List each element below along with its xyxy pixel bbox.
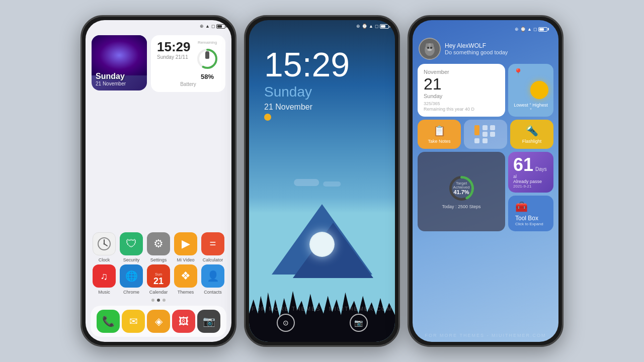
cal-month: November <box>424 69 499 75</box>
photo-widget[interactable]: Sunday 21 November <box>92 35 147 90</box>
battery-fill-1 <box>217 25 222 28</box>
wifi-icon-3: ◻ <box>533 27 537 32</box>
music-label: Music <box>98 290 110 295</box>
toolbox-icon: 🧰 <box>515 201 546 213</box>
watch-icon-3: ⌚ <box>520 27 526 32</box>
flashlight-label: Flashlight <box>522 139 542 144</box>
notes-icon: 📋 <box>433 125 446 137</box>
chrome-icon-bg: 🌐 <box>120 264 143 288</box>
calc-btn <box>490 132 495 137</box>
signal-icon-3: ▲ <box>527 27 532 32</box>
lock-screen: ⊕ ⌚ ▲ ◻ 15:29 Sunday 21 November <box>249 20 395 342</box>
user-header: Hey AlexWOLF Do something good today <box>418 35 553 64</box>
moon <box>309 232 335 257</box>
clock-icon <box>93 232 116 255</box>
dock-message-icon[interactable]: ✉ <box>122 310 145 333</box>
bt-icon-2: ⊕ <box>356 24 360 29</box>
dock-camera-icon[interactable]: 📷 <box>197 310 220 333</box>
app-settings[interactable]: ⚙ Settings <box>145 232 172 262</box>
clock-label: Clock <box>99 257 110 262</box>
app-row-2: ♫ Music 🌐 Chrome Sun <box>91 264 226 295</box>
status-icons-3: ⊕ ⌚ ▲ ◻ <box>515 27 547 32</box>
status-icons-2: ⊕ ⌚ ▲ ◻ <box>356 24 389 29</box>
calc-grid <box>474 125 497 143</box>
svg-rect-2 <box>205 52 209 59</box>
svg-point-14 <box>430 47 432 49</box>
svg-point-7 <box>104 243 105 245</box>
remaining-label: Remaining <box>198 40 217 45</box>
home-screen: ⊕ ▲ ◻ Sunday <box>86 20 231 342</box>
toolbox-widget[interactable]: 🧰 Tool Box Click to Expand <box>508 196 553 231</box>
lock-camera-btn[interactable]: 📷 <box>350 314 368 332</box>
app-themes[interactable]: ❖ Themes <box>173 264 199 295</box>
user-subtitle: Do something good today <box>445 49 508 55</box>
dock-photos-icon[interactable]: 🖼 <box>172 310 195 333</box>
app-music[interactable]: ♫ Music <box>91 264 117 295</box>
photo-widget-date: 21 November <box>96 81 143 86</box>
flashlight-widget[interactable]: 🔦 Flashlight <box>510 120 553 149</box>
days-label: Days <box>535 166 547 172</box>
app-security[interactable]: 🛡 Security <box>118 232 144 262</box>
calc-btn <box>474 138 479 143</box>
phone-3: ⊕ ⌚ ▲ ◻ <box>408 15 564 347</box>
music-icon-bg: ♫ <box>93 264 116 288</box>
widgets-row-3: Target Achieved 41.7% Today : 2500 Steps <box>418 152 553 231</box>
calculator-label: Calculator <box>203 257 223 262</box>
cal-remaining: Remaining this year 40 D <box>424 107 499 112</box>
widget-time: 15:29 <box>157 40 191 53</box>
app-calendar[interactable]: Sun 21 Calendar <box>145 264 172 295</box>
cal-progress: 325/365 <box>424 101 499 106</box>
battery-svg <box>195 47 219 71</box>
app-chrome[interactable]: 🌐 Chrome <box>118 264 144 295</box>
photo-leaves <box>92 35 147 75</box>
weather-widget[interactable]: 📍 Lowest ° Highest ° <box>508 64 553 117</box>
calendar-label: Calendar <box>149 290 168 295</box>
app-mivideo[interactable]: ▶ Mi Video <box>173 232 199 262</box>
photo-widget-bg: Sunday 21 November <box>92 35 147 90</box>
calculator-icon: = <box>210 237 216 250</box>
battery-icon-2 <box>380 24 389 29</box>
calculator-widget[interactable] <box>464 120 507 149</box>
status-bar-1: ⊕ ▲ ◻ <box>86 20 231 32</box>
battery-percent: 58% <box>201 73 214 80</box>
days-date: 2021-9-21 <box>513 184 548 189</box>
steps-widget[interactable]: Target Achieved 41.7% Today : 2500 Steps <box>418 152 505 231</box>
calc-btn <box>490 125 495 130</box>
app-clock[interactable]: Clock <box>91 232 117 262</box>
mivideo-label: Mi Video <box>177 257 195 262</box>
right-column: 61 Days al Already passe 2021-9-21 🧰 To <box>508 152 553 231</box>
settings-label: Settings <box>150 257 167 262</box>
dock-phone-icon[interactable]: 📞 <box>97 310 120 333</box>
dock-browser-icon[interactable]: ◈ <box>147 310 170 333</box>
app-calculator[interactable]: = Calculator <box>200 232 226 262</box>
mivideo-icon-bg: ▶ <box>174 232 197 255</box>
calendar-widget[interactable]: November 21 Sunday 325/365 Remaining thi… <box>418 64 505 117</box>
wifi-icon: ◻ <box>211 24 215 29</box>
chrome-label: Chrome <box>123 290 139 295</box>
dot-3 <box>163 299 166 302</box>
widget-row: Sunday 21 November 15:29 Sunday 21/11 <box>86 32 231 95</box>
contacts-label: Contacts <box>204 290 222 295</box>
cal-dayname: Sunday <box>424 93 499 99</box>
lock-dot <box>264 114 271 121</box>
cloud-1 <box>294 179 319 186</box>
contacts-icon-bg: 👤 <box>201 264 224 288</box>
themes-icon-bg: ❖ <box>174 264 197 288</box>
lock-day: Sunday <box>249 81 395 100</box>
battery-widget[interactable]: 15:29 Sunday 21/11 Remaining <box>151 35 225 92</box>
phone-2: ⊕ ⌚ ▲ ◻ 15:29 Sunday 21 November <box>244 15 400 347</box>
mountain-left <box>293 223 373 278</box>
lock-date: 21 November <box>249 100 395 112</box>
toolbox-title: Tool Box <box>515 215 546 222</box>
photo-widget-day: Sunday <box>96 72 143 81</box>
widgets-grid: November 21 Sunday 325/365 Remaining thi… <box>418 64 553 337</box>
take-notes-widget[interactable]: 📋 Take Notes <box>418 120 461 149</box>
steps-target: Target Achieved <box>453 182 470 190</box>
app-contacts[interactable]: 👤 Contacts <box>200 264 226 295</box>
lock-home-btn[interactable]: ⊙ <box>277 314 295 332</box>
status-bar-3: ⊕ ⌚ ▲ ◻ <box>418 23 553 35</box>
days-widget[interactable]: 61 Days al Already passe 2021-9-21 <box>508 152 553 193</box>
calculator-icon-bg: = <box>201 232 224 255</box>
calc-btn <box>482 125 488 130</box>
cal-day-num: 21 <box>424 76 499 92</box>
